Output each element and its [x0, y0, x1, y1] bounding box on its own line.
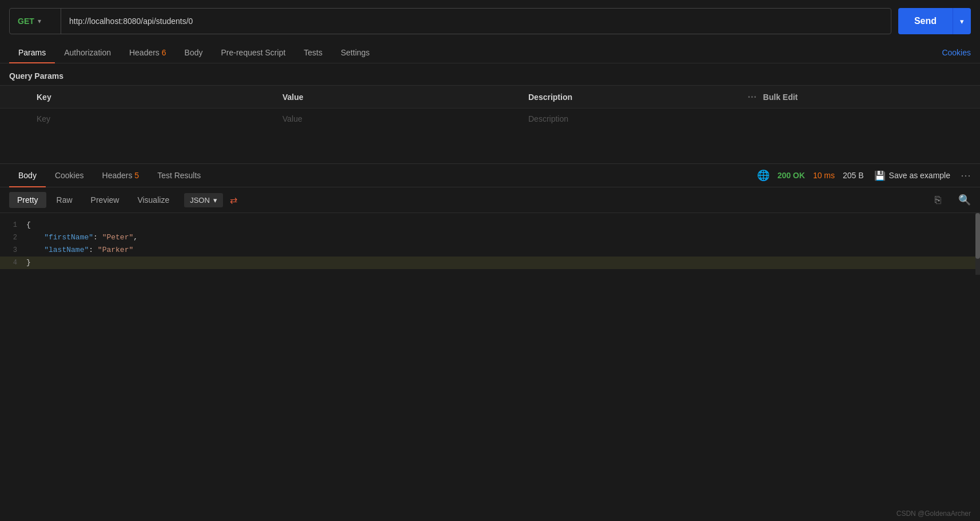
footer-credit: CSDN @GoldenaArcher: [897, 510, 971, 518]
code-section: 1 { 2 "firstName": "Peter", 3 "lastName"…: [0, 213, 980, 275]
key-col-header: Key: [27, 86, 273, 109]
footer: CSDN @GoldenaArcher: [887, 506, 980, 521]
method-selector[interactable]: GET ▾: [10, 9, 61, 34]
wrap-icon[interactable]: ⇄: [230, 195, 237, 206]
method-label: GET: [18, 17, 34, 26]
response-tab-cookies[interactable]: Cookies: [46, 164, 93, 187]
tab-tests[interactable]: Tests: [294, 42, 332, 63]
code-line-1: 1 {: [0, 219, 980, 231]
globe-icon: 🌐: [757, 169, 770, 182]
response-tabs-row: Body Cookies Headers 5 Test Results 🌐 20…: [0, 164, 980, 187]
value-input-cell[interactable]: Value: [273, 109, 519, 130]
desc-col-header: Description: [519, 86, 738, 109]
tab-settings[interactable]: Settings: [332, 42, 379, 63]
code-line-3: 3 "lastName": "Parker": [0, 244, 980, 257]
save-example-button[interactable]: 💾 Save as example: [872, 170, 953, 181]
params-empty-row: Key Value Description: [0, 109, 980, 130]
line-number-3: 3: [0, 245, 26, 256]
url-input-wrapper: GET ▾: [9, 8, 891, 34]
view-tab-pretty[interactable]: Pretty: [9, 192, 46, 208]
status-code: 200 OK: [778, 171, 805, 180]
send-btn-wrapper: Send ▾: [898, 8, 971, 34]
query-params-title: Query Params: [0, 63, 980, 85]
code-line-4: 4 }: [0, 257, 980, 269]
line-number-4: 4: [0, 257, 26, 268]
params-table: Key Value Description ⋯ Bulk Edit Key Va…: [0, 85, 980, 129]
right-icons: ⎘ 🔍: [935, 194, 971, 206]
bulk-edit-cell: ⋯ Bulk Edit: [738, 86, 980, 109]
tab-prerequest[interactable]: Pre-request Script: [212, 42, 294, 63]
chevron-down-icon: ▾: [38, 17, 41, 25]
view-tab-raw[interactable]: Raw: [49, 192, 81, 208]
request-tabs-row: Params Authorization Headers 6 Body Pre-…: [0, 42, 980, 63]
response-tab-headers[interactable]: Headers 5: [93, 164, 149, 187]
scrollbar-thumb[interactable]: [975, 213, 980, 259]
search-icon[interactable]: 🔍: [958, 194, 971, 206]
format-selector[interactable]: JSON ▾: [184, 193, 223, 207]
response-status-row: 🌐 200 OK 10 ms 205 B 💾 Save as example ⋯: [757, 165, 971, 186]
response-tab-body[interactable]: Body: [9, 164, 46, 187]
response-time: 10 ms: [813, 171, 835, 180]
url-input[interactable]: [61, 9, 891, 34]
value-col-header: Value: [273, 86, 519, 109]
row-checkbox[interactable]: [0, 109, 27, 130]
scrollbar-track[interactable]: [975, 213, 980, 275]
save-icon: 💾: [874, 170, 886, 181]
response-size: 205 B: [843, 171, 864, 180]
line-number-1: 1: [0, 219, 26, 231]
copy-icon[interactable]: ⎘: [935, 194, 941, 206]
tab-params[interactable]: Params: [9, 42, 55, 63]
send-button[interactable]: Send: [898, 8, 953, 34]
format-chevron-icon: ▾: [213, 196, 217, 205]
line-number-2: 2: [0, 232, 26, 243]
tab-body[interactable]: Body: [176, 42, 212, 63]
tab-headers[interactable]: Headers 6: [120, 42, 176, 63]
code-area: 1 { 2 "firstName": "Peter", 3 "lastName"…: [0, 213, 980, 275]
url-bar: GET ▾ Send ▾: [0, 0, 980, 42]
body-view-row: Pretty Raw Preview Visualize JSON ▾ ⇄ ⎘ …: [0, 187, 980, 213]
view-tab-preview[interactable]: Preview: [83, 192, 128, 208]
checkbox-col-header: [0, 86, 27, 109]
dots-icon[interactable]: ⋯: [747, 92, 756, 102]
key-input-cell[interactable]: Key: [27, 109, 273, 130]
more-options-icon[interactable]: ⋯: [961, 169, 971, 182]
cookies-link[interactable]: Cookies: [942, 42, 971, 63]
desc-input-cell[interactable]: Description: [519, 109, 738, 130]
tab-authorization[interactable]: Authorization: [55, 42, 120, 63]
bulk-edit-label[interactable]: Bulk Edit: [763, 93, 798, 102]
code-line-2: 2 "firstName": "Peter",: [0, 231, 980, 244]
send-dropdown-button[interactable]: ▾: [953, 8, 971, 34]
view-tab-visualize[interactable]: Visualize: [129, 192, 177, 208]
response-tab-test-results[interactable]: Test Results: [148, 164, 210, 187]
